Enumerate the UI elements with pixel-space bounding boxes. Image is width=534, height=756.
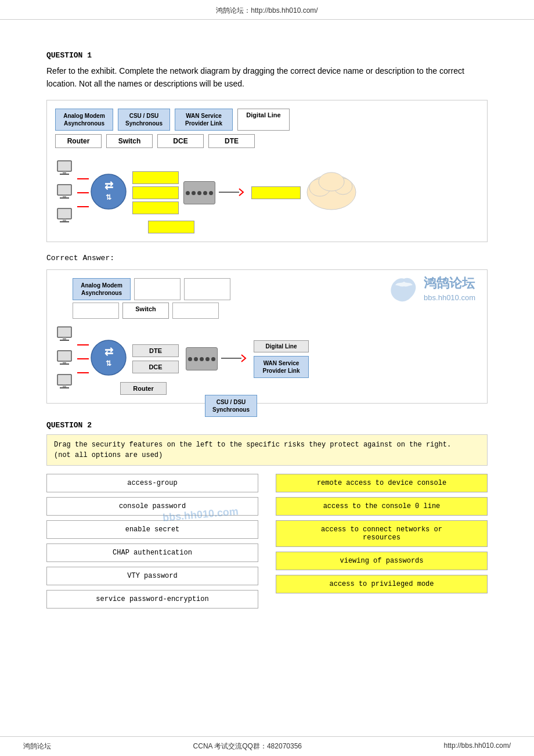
q2-right-col: remote access to device console access t…: [276, 474, 488, 609]
q2-left-access-group[interactable]: access-group: [46, 474, 258, 492]
svg-rect-5: [60, 197, 69, 199]
q2-left-service-pw-enc[interactable]: service password-encryption: [46, 590, 258, 609]
drag-label-switch[interactable]: Switch: [106, 134, 153, 148]
q2-right-privileged-mode[interactable]: access to privileged mode: [276, 575, 488, 593]
q2-instruction-text: Drag the security features on the left t…: [54, 441, 451, 459]
ca-computer-2: [55, 350, 74, 369]
svg-text:⇄: ⇄: [104, 346, 113, 358]
ca-wan-service: WAN ServiceProvider Link: [254, 356, 309, 378]
yellow-box-4[interactable]: [251, 186, 301, 199]
drag-label-router[interactable]: Router: [55, 134, 102, 148]
svg-rect-6: [57, 208, 71, 219]
ca-computer-1: [55, 326, 74, 345]
computer-icon-2: [55, 183, 74, 203]
correct-answer-diagram: 鸿鹄论坛bbs.hh010.com Analog ModemAsynchrono…: [46, 269, 488, 404]
lightning-line: [219, 186, 248, 200]
csu-dsu-device: [183, 181, 215, 204]
svg-rect-17: [57, 327, 71, 337]
drag-label-dte[interactable]: DTE: [208, 134, 255, 148]
svg-rect-22: [60, 363, 69, 365]
ca-analog-modem: Analog ModemAsynchronous: [73, 278, 131, 300]
svg-rect-21: [63, 361, 66, 363]
drag-label-dce[interactable]: DCE: [157, 134, 204, 148]
q2-drag-area: access-group console password enable sec…: [46, 474, 488, 609]
drag-label-wan-service[interactable]: WAN ServiceProvider Link: [175, 109, 233, 131]
drag-labels-row1: Analog ModemAsynchronous CSU / DSUSynchr…: [55, 109, 479, 131]
q2-right-viewing-passwords[interactable]: viewing of passwords: [276, 552, 488, 570]
yellow-box-1[interactable]: [132, 171, 179, 184]
q2-right-connect-networks[interactable]: access to connect networks orresources: [276, 520, 488, 547]
q2-left-chap-auth[interactable]: CHAP authentication: [46, 543, 258, 562]
cloud-shape: [305, 170, 358, 215]
svg-rect-8: [60, 221, 69, 222]
footer-center: CCNA 考试交流QQ群：482070356: [193, 741, 302, 751]
footer-right: http://bbs.hh010.com/: [444, 741, 511, 751]
computer-icon-1: [55, 160, 74, 179]
svg-text:⇄: ⇄: [104, 180, 113, 192]
yellow-box-3[interactable]: [132, 201, 179, 214]
svg-text:⇅: ⇅: [106, 359, 111, 368]
svg-rect-3: [57, 185, 71, 195]
yellow-box-2[interactable]: [132, 186, 179, 199]
footer-left: 鸿鹄论坛: [23, 741, 51, 751]
q2-left-enable-secret[interactable]: enable secret: [46, 520, 258, 539]
ca-empty4: [172, 303, 219, 319]
svg-rect-0: [57, 161, 71, 171]
ca-dce-label: DCE: [132, 361, 179, 373]
svg-rect-2: [60, 174, 69, 175]
svg-text:⇅: ⇅: [106, 193, 111, 201]
ca-computer-3: [55, 373, 74, 393]
svg-point-9: [91, 174, 126, 209]
correct-answer-label: Correct Answer:: [46, 254, 488, 262]
question1-diagram: Analog ModemAsynchronous CSU / DSUSynchr…: [46, 100, 488, 242]
right-yellow-boxes: [251, 186, 301, 199]
drag-labels-row2: Router Switch DCE DTE: [55, 134, 479, 148]
ca-dots-device: [186, 347, 218, 370]
drag-label-digital-line[interactable]: Digital Line: [237, 109, 290, 131]
svg-rect-1: [63, 171, 66, 174]
svg-rect-25: [60, 387, 69, 388]
ca-empty3: [73, 303, 119, 319]
question2-label: QUESTION 2: [46, 421, 488, 430]
ca-empty1: [134, 278, 181, 300]
svg-point-16: [319, 172, 344, 191]
q2-right-console-access[interactable]: access to the console 0 line: [276, 497, 488, 516]
router-device: ⇄ ⇅: [90, 173, 128, 213]
ca-router-label: Router: [120, 382, 167, 395]
drag-label-analog-modem[interactable]: Analog ModemAsynchronous: [55, 109, 113, 131]
page-header: 鸿鹄论坛：http://bbs.hh010.com/: [0, 0, 534, 20]
q2-left-vty-password[interactable]: VTY password: [46, 567, 258, 585]
question1-label: QUESTION 1: [46, 51, 488, 60]
q2-left-col: access-group console password enable sec…: [46, 474, 258, 609]
svg-rect-20: [57, 351, 71, 361]
q2-left-console-password[interactable]: console password: [46, 497, 258, 516]
svg-point-26: [91, 340, 126, 375]
drag-label-csu-dsu[interactable]: CSU / DSUSynchronous: [118, 109, 170, 131]
q2-right-connect-text: access to connect networks orresources: [321, 525, 442, 542]
svg-rect-19: [60, 340, 69, 341]
ca-digital-line: Digital Line: [254, 340, 309, 352]
svg-rect-7: [63, 219, 66, 221]
svg-rect-18: [63, 337, 66, 340]
ca-switch: Switch: [122, 303, 169, 319]
header-text: 鸿鹄论坛：http://bbs.hh010.com/: [216, 6, 317, 15]
ca-csu-dsu: CSU / DSUSynchronous: [205, 395, 257, 417]
ca-empty2: [184, 278, 230, 300]
svg-rect-23: [57, 375, 71, 385]
computer-icon-3: [55, 207, 74, 226]
q2-instruction: Drag the security features on the left t…: [46, 434, 488, 466]
svg-rect-24: [63, 385, 66, 387]
ca-lightning: [221, 352, 250, 366]
question1-text: Refer to the exhibit. Complete the netwo…: [46, 64, 488, 91]
ca-right-labels: Digital Line WAN ServiceProvider Link: [254, 340, 309, 378]
q2-right-remote-access[interactable]: remote access to device console: [276, 474, 488, 492]
page-footer: 鸿鹄论坛 CCNA 考试交流QQ群：482070356 http://bbs.h…: [0, 736, 534, 756]
ca-dte-label: DTE: [132, 344, 179, 357]
ca-router: ⇄ ⇅: [90, 339, 128, 379]
svg-rect-4: [63, 195, 66, 197]
